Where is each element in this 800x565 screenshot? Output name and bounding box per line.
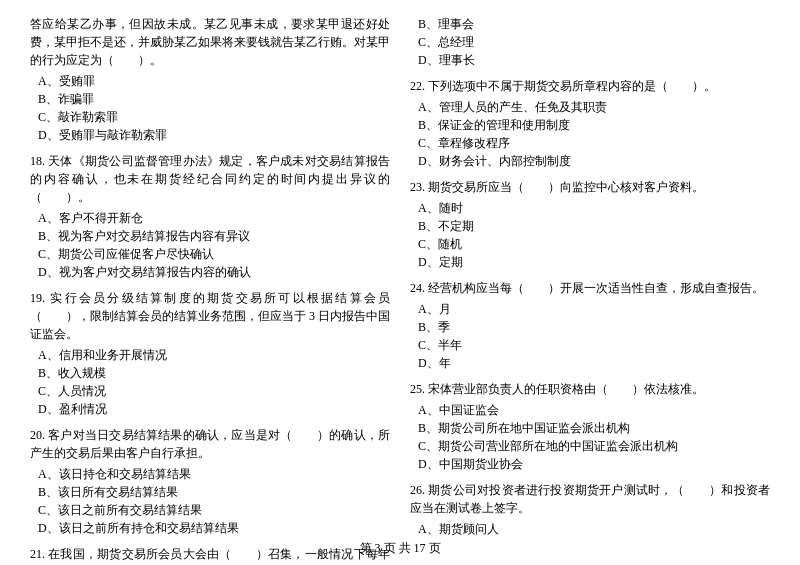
question-intro: 答应给某乙办事，但因故未成。某乙见事未成，要求某甲退还好处费，某甲拒不是还，并威… [30,15,390,144]
option-item: C、半年 [418,336,770,354]
question-25: 25. 宋体营业部负责人的任职资格由（ ）依法核准。 A、中国证监会 B、期货公… [410,380,770,473]
question-23-options: A、随时 B、不定期 C、随机 D、定期 [410,199,770,271]
option-item: A、随时 [418,199,770,217]
question-22-options: A、管理人员的产生、任免及其职责 B、保证金的管理和使用制度 C、章程修改程序 … [410,98,770,170]
option-item: D、视为客户对交易结算报告内容的确认 [38,263,390,281]
option-item: B、该日所有交易结算结果 [38,483,390,501]
right-column: B、理事会 C、总经理 D、理事长 22. 下列选项中不属于期货交易所章程内容的… [410,15,770,565]
option-item: C、该日之前所有交易结算结果 [38,501,390,519]
option-item: C、期货公司营业部所在地的中国证监会派出机构 [418,437,770,455]
option-item: C、人员情况 [38,382,390,400]
option-item: B、诈骗罪 [38,90,390,108]
option-item: C、敲诈勒索罪 [38,108,390,126]
question-23: 23. 期货交易所应当（ ）向监控中心核对客户资料。 A、随时 B、不定期 C、… [410,178,770,271]
option-item: A、客户不得开新仓 [38,209,390,227]
page-footer: 第 3 页 共 17 页 [0,540,800,557]
option-item: D、该日之前所有持仓和交易结算结果 [38,519,390,537]
option-item: C、总经理 [418,33,770,51]
question-24-options: A、月 B、季 C、半年 D、年 [410,300,770,372]
option-item: C、章程修改程序 [418,134,770,152]
question-intro-options: A、受贿罪 B、诈骗罪 C、敲诈勒索罪 D、受贿罪与敲诈勒索罪 [30,72,390,144]
option-item: D、定期 [418,253,770,271]
question-24: 24. 经营机构应当每（ ）开展一次适当性自查，形成自查报告。 A、月 B、季 … [410,279,770,372]
option-item: A、期货顾问人 [418,520,770,538]
option-item: D、中国期货业协会 [418,455,770,473]
question-20-options: A、该日持仓和交易结算结果 B、该日所有交易结算结果 C、该日之前所有交易结算结… [30,465,390,537]
page-number: 第 3 页 共 17 页 [360,541,441,555]
option-item: D、财务会计、内部控制制度 [418,152,770,170]
option-item: B、季 [418,318,770,336]
question-22: 22. 下列选项中不属于期货交易所章程内容的是（ ）。 A、管理人员的产生、任免… [410,77,770,170]
question-19: 19. 实行会员分级结算制度的期货交易所可以根据结算会员（ ），限制结算会员的结… [30,289,390,418]
question-23-text: 23. 期货交易所应当（ ）向监控中心核对客户资料。 [410,178,770,196]
option-item: C、随机 [418,235,770,253]
question-21-continued: B、理事会 C、总经理 D、理事长 [410,15,770,69]
question-24-text: 24. 经营机构应当每（ ）开展一次适当性自查，形成自查报告。 [410,279,770,297]
two-column-layout: 答应给某乙办事，但因故未成。某乙见事未成，要求某甲退还好处费，某甲拒不是还，并威… [30,15,770,565]
question-22-text: 22. 下列选项中不属于期货交易所章程内容的是（ ）。 [410,77,770,95]
question-18-options: A、客户不得开新仓 B、视为客户对交易结算报告内容有异议 C、期货公司应催促客户… [30,209,390,281]
option-item: B、视为客户对交易结算报告内容有异议 [38,227,390,245]
option-item: B、期货公司所在地中国证监会派出机构 [418,419,770,437]
page-container: 答应给某乙办事，但因故未成。某乙见事未成，要求某甲退还好处费，某甲拒不是还，并威… [0,0,800,565]
question-25-options: A、中国证监会 B、期货公司所在地中国证监会派出机构 C、期货公司营业部所在地的… [410,401,770,473]
option-item: B、收入规模 [38,364,390,382]
option-item: A、受贿罪 [38,72,390,90]
question-26-text: 26. 期货公司对投资者进行投资期货开户测试时，（ ）和投资者应当在测试卷上签字… [410,481,770,517]
question-25-text: 25. 宋体营业部负责人的任职资格由（ ）依法核准。 [410,380,770,398]
option-item: A、管理人员的产生、任免及其职责 [418,98,770,116]
question-19-text: 19. 实行会员分级结算制度的期货交易所可以根据结算会员（ ），限制结算会员的结… [30,289,390,343]
option-item: D、受贿罪与敲诈勒索罪 [38,126,390,144]
question-18-text: 18. 天体《期货公司监督管理办法》规定，客户成未对交易结算报告的内容确认，也未… [30,152,390,206]
question-26: 26. 期货公司对投资者进行投资期货开户测试时，（ ）和投资者应当在测试卷上签字… [410,481,770,538]
question-19-options: A、信用和业务开展情况 B、收入规模 C、人员情况 D、盈利情况 [30,346,390,418]
option-item: B、理事会 [418,15,770,33]
question-21-options-cont: B、理事会 C、总经理 D、理事长 [410,15,770,69]
option-item: A、月 [418,300,770,318]
left-column: 答应给某乙办事，但因故未成。某乙见事未成，要求某甲退还好处费，某甲拒不是还，并威… [30,15,390,565]
option-item: D、年 [418,354,770,372]
option-item: A、信用和业务开展情况 [38,346,390,364]
question-18: 18. 天体《期货公司监督管理办法》规定，客户成未对交易结算报告的内容确认，也未… [30,152,390,281]
option-item: B、不定期 [418,217,770,235]
option-item: A、中国证监会 [418,401,770,419]
option-item: B、保证金的管理和使用制度 [418,116,770,134]
option-item: D、盈利情况 [38,400,390,418]
option-item: D、理事长 [418,51,770,69]
question-26-options: A、期货顾问人 [410,520,770,538]
question-20: 20. 客户对当日交易结算结果的确认，应当是对（ ）的确认，所产生的交易后果由客… [30,426,390,537]
option-item: A、该日持仓和交易结算结果 [38,465,390,483]
option-item: C、期货公司应催促客户尽快确认 [38,245,390,263]
question-20-text: 20. 客户对当日交易结算结果的确认，应当是对（ ）的确认，所产生的交易后果由客… [30,426,390,462]
question-intro-text: 答应给某乙办事，但因故未成。某乙见事未成，要求某甲退还好处费，某甲拒不是还，并威… [30,15,390,69]
